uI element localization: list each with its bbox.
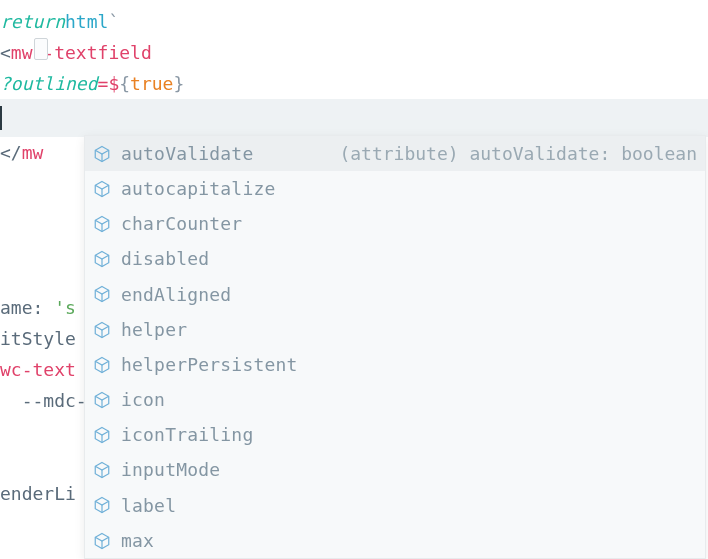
boolean-literal: true [130,69,173,99]
autocomplete-label: inputMode [121,455,220,485]
field-cube-icon [91,424,113,446]
autocomplete-item[interactable]: label [85,488,705,523]
text-cursor [0,106,2,130]
autocomplete-item[interactable]: max [85,523,705,558]
code-line-active[interactable] [0,99,708,137]
code-line[interactable]: <mwc-textfield [0,37,708,68]
equals: = [98,69,109,99]
field-cube-icon [91,530,113,552]
autocomplete-label: endAligned [121,280,231,310]
autocomplete-label: disabled [121,244,209,274]
autocomplete-item[interactable]: icon [85,382,705,417]
autocomplete-detail: (attribute) autoValidate: boolean [315,139,697,169]
autocomplete-item[interactable]: disabled [85,242,705,277]
code-fragment: enderLi [0,479,76,509]
tagged-template-fn: html [65,7,108,37]
field-cube-icon [91,494,113,516]
autocomplete-popup[interactable]: autoValidate(attribute) autoValidate: bo… [84,135,706,559]
autocomplete-label: autoValidate [121,139,253,169]
backtick: ` [108,7,119,37]
field-cube-icon [91,248,113,270]
field-cube-icon [91,143,113,165]
field-cube-icon [91,389,113,411]
tag-name-partial: mw [22,138,44,168]
attribute-name: ?outlined [0,69,98,99]
autocomplete-item[interactable]: charCounter [85,206,705,241]
css-var-fragment: --mdc- [0,386,87,416]
autocomplete-item[interactable]: iconTrailing [85,418,705,453]
autocomplete-item[interactable]: autoValidate(attribute) autoValidate: bo… [85,136,705,171]
tag-match-box [34,38,48,60]
autocomplete-label: label [121,491,176,521]
code-line[interactable]: ?outlined=${true} [0,68,708,99]
code-editor[interactable]: return html` <mwc-textfield ?outlined=${… [0,0,708,509]
field-cube-icon [91,459,113,481]
string-fragment: 's [43,293,76,323]
autocomplete-label: autocapitalize [121,174,276,204]
keyword-return: return [0,7,65,37]
code-fragment: itStyle [0,324,76,354]
autocomplete-item[interactable]: helperPersistent [85,347,705,382]
brace-close: } [173,69,184,99]
autocomplete-label: iconTrailing [121,420,253,450]
field-cube-icon [91,213,113,235]
autocomplete-label: icon [121,385,165,415]
autocomplete-item[interactable]: endAligned [85,277,705,312]
code-line[interactable]: return html` [0,6,708,37]
field-cube-icon [91,178,113,200]
brace-open: { [119,69,130,99]
autocomplete-label: max [121,526,154,556]
field-cube-icon [91,283,113,305]
tag-open-bracket: < [0,38,11,68]
dollar: $ [108,69,119,99]
selector-fragment: wc-text [0,355,76,385]
autocomplete-label: helperPersistent [121,350,298,380]
field-cube-icon [91,319,113,341]
autocomplete-item[interactable]: inputMode [85,453,705,488]
autocomplete-item[interactable]: helper [85,312,705,347]
autocomplete-item[interactable]: autocapitalize [85,171,705,206]
autocomplete-label: charCounter [121,209,242,239]
field-cube-icon [91,354,113,376]
autocomplete-label: helper [121,315,187,345]
tag-close-bracket: </ [0,138,22,168]
tag-name: mwc-textfield [11,38,152,68]
prop-key: ame: [0,293,43,323]
